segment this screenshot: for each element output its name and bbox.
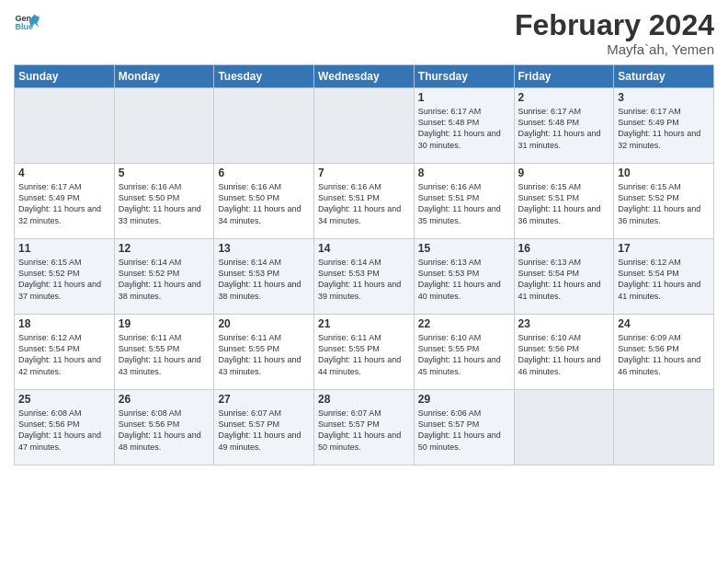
calendar-cell: 5Sunrise: 6:16 AMSunset: 5:50 PMDaylight…	[114, 164, 214, 239]
calendar-cell	[114, 88, 214, 164]
cell-info: Sunrise: 6:10 AMSunset: 5:55 PMDaylight:…	[418, 333, 501, 375]
calendar-day-header: Sunday	[15, 65, 115, 88]
day-number: 10	[618, 167, 710, 179]
calendar-cell: 23Sunrise: 6:10 AMSunset: 5:56 PMDayligh…	[514, 315, 614, 390]
calendar-day-header: Saturday	[614, 65, 714, 88]
calendar-cell: 16Sunrise: 6:13 AMSunset: 5:54 PMDayligh…	[514, 239, 614, 315]
page-title: February 2024	[515, 9, 714, 41]
calendar-day-header: Monday	[114, 65, 214, 88]
cell-info: Sunrise: 6:14 AMSunset: 5:52 PMDaylight:…	[119, 258, 201, 300]
day-number: 17	[618, 242, 710, 255]
calendar-cell: 25Sunrise: 6:08 AMSunset: 5:56 PMDayligh…	[15, 390, 115, 465]
cell-info: Sunrise: 6:07 AMSunset: 5:57 PMDaylight:…	[318, 408, 401, 451]
calendar-cell	[314, 88, 415, 164]
day-number: 19	[119, 317, 210, 330]
day-number: 2	[518, 91, 610, 104]
day-number: 16	[518, 242, 610, 255]
cell-info: Sunrise: 6:14 AMSunset: 5:53 PMDaylight:…	[218, 258, 301, 300]
calendar-cell	[15, 88, 115, 164]
cell-info: Sunrise: 6:17 AMSunset: 5:49 PMDaylight:…	[618, 107, 700, 149]
calendar-cell: 17Sunrise: 6:12 AMSunset: 5:54 PMDayligh…	[614, 239, 714, 315]
cell-info: Sunrise: 6:09 AMSunset: 5:56 PMDaylight:…	[618, 333, 700, 375]
day-number: 6	[218, 167, 310, 179]
cell-info: Sunrise: 6:17 AMSunset: 5:48 PMDaylight:…	[418, 107, 501, 149]
cell-info: Sunrise: 6:12 AMSunset: 5:54 PMDaylight:…	[618, 258, 700, 300]
calendar-day-header: Thursday	[414, 65, 514, 88]
calendar-cell: 28Sunrise: 6:07 AMSunset: 5:57 PMDayligh…	[314, 390, 415, 465]
day-number: 12	[119, 242, 210, 255]
cell-info: Sunrise: 6:07 AMSunset: 5:57 PMDaylight:…	[218, 408, 301, 451]
calendar-cell: 11Sunrise: 6:15 AMSunset: 5:52 PMDayligh…	[15, 239, 115, 315]
calendar-cell: 9Sunrise: 6:15 AMSunset: 5:51 PMDaylight…	[514, 164, 614, 239]
calendar-cell: 12Sunrise: 6:14 AMSunset: 5:52 PMDayligh…	[114, 239, 214, 315]
day-number: 28	[318, 393, 410, 406]
calendar-cell: 22Sunrise: 6:10 AMSunset: 5:55 PMDayligh…	[414, 315, 514, 390]
cell-info: Sunrise: 6:11 AMSunset: 5:55 PMDaylight:…	[218, 333, 301, 375]
calendar-cell: 18Sunrise: 6:12 AMSunset: 5:54 PMDayligh…	[15, 315, 115, 390]
calendar-cell: 19Sunrise: 6:11 AMSunset: 5:55 PMDayligh…	[114, 315, 214, 390]
day-number: 14	[318, 242, 410, 255]
day-number: 5	[119, 167, 210, 179]
calendar-day-header: Friday	[514, 65, 614, 88]
day-number: 8	[418, 167, 510, 179]
cell-info: Sunrise: 6:15 AMSunset: 5:51 PMDaylight:…	[518, 182, 601, 224]
calendar-cell: 26Sunrise: 6:08 AMSunset: 5:56 PMDayligh…	[114, 390, 214, 465]
calendar-cell	[514, 390, 614, 465]
day-number: 21	[318, 317, 410, 330]
calendar-cell: 21Sunrise: 6:11 AMSunset: 5:55 PMDayligh…	[314, 315, 415, 390]
cell-info: Sunrise: 6:16 AMSunset: 5:50 PMDaylight:…	[218, 182, 301, 224]
cell-info: Sunrise: 6:16 AMSunset: 5:50 PMDaylight:…	[119, 182, 201, 224]
day-number: 26	[119, 393, 210, 406]
cell-info: Sunrise: 6:16 AMSunset: 5:51 PMDaylight:…	[418, 182, 501, 224]
calendar-cell: 4Sunrise: 6:17 AMSunset: 5:49 PMDaylight…	[15, 164, 115, 239]
cell-info: Sunrise: 6:15 AMSunset: 5:52 PMDaylight:…	[18, 258, 101, 300]
day-number: 22	[418, 317, 510, 330]
calendar-table: SundayMondayTuesdayWednesdayThursdayFrid…	[14, 64, 714, 465]
day-number: 18	[18, 317, 110, 330]
calendar-cell: 6Sunrise: 6:16 AMSunset: 5:50 PMDaylight…	[214, 164, 314, 239]
cell-info: Sunrise: 6:17 AMSunset: 5:49 PMDaylight:…	[18, 182, 101, 224]
location-subtitle: Mayfa`ah, Yemen	[515, 41, 714, 57]
calendar-cell	[214, 88, 314, 164]
cell-info: Sunrise: 6:17 AMSunset: 5:48 PMDaylight:…	[518, 107, 601, 149]
calendar-cell: 29Sunrise: 6:06 AMSunset: 5:57 PMDayligh…	[414, 390, 514, 465]
calendar-cell: 14Sunrise: 6:14 AMSunset: 5:53 PMDayligh…	[314, 239, 415, 315]
day-number: 29	[418, 393, 510, 406]
calendar-cell: 3Sunrise: 6:17 AMSunset: 5:49 PMDaylight…	[614, 88, 714, 164]
day-number: 25	[18, 393, 110, 406]
day-number: 4	[18, 167, 110, 179]
calendar-cell: 7Sunrise: 6:16 AMSunset: 5:51 PMDaylight…	[314, 164, 415, 239]
day-number: 13	[218, 242, 310, 255]
cell-info: Sunrise: 6:11 AMSunset: 5:55 PMDaylight:…	[318, 333, 401, 375]
day-number: 27	[218, 393, 310, 406]
day-number: 7	[318, 167, 410, 179]
calendar-cell: 13Sunrise: 6:14 AMSunset: 5:53 PMDayligh…	[214, 239, 314, 315]
calendar-cell: 27Sunrise: 6:07 AMSunset: 5:57 PMDayligh…	[214, 390, 314, 465]
calendar-cell	[614, 390, 714, 465]
day-number: 20	[218, 317, 310, 330]
calendar-cell: 24Sunrise: 6:09 AMSunset: 5:56 PMDayligh…	[614, 315, 714, 390]
calendar-day-header: Tuesday	[214, 65, 314, 88]
logo: General Blue	[14, 9, 40, 35]
day-number: 9	[518, 167, 610, 179]
day-number: 23	[518, 317, 610, 330]
calendar-cell: 1Sunrise: 6:17 AMSunset: 5:48 PMDaylight…	[414, 88, 514, 164]
calendar-cell: 10Sunrise: 6:15 AMSunset: 5:52 PMDayligh…	[614, 164, 714, 239]
day-number: 15	[418, 242, 510, 255]
calendar-cell: 2Sunrise: 6:17 AMSunset: 5:48 PMDaylight…	[514, 88, 614, 164]
calendar-cell: 8Sunrise: 6:16 AMSunset: 5:51 PMDaylight…	[414, 164, 514, 239]
cell-info: Sunrise: 6:15 AMSunset: 5:52 PMDaylight:…	[618, 182, 700, 224]
cell-info: Sunrise: 6:06 AMSunset: 5:57 PMDaylight:…	[418, 408, 501, 451]
day-number: 11	[18, 242, 110, 255]
day-number: 3	[618, 91, 710, 104]
calendar-cell: 15Sunrise: 6:13 AMSunset: 5:53 PMDayligh…	[414, 239, 514, 315]
cell-info: Sunrise: 6:08 AMSunset: 5:56 PMDaylight:…	[119, 408, 201, 451]
cell-info: Sunrise: 6:14 AMSunset: 5:53 PMDaylight:…	[318, 258, 401, 300]
calendar-cell: 20Sunrise: 6:11 AMSunset: 5:55 PMDayligh…	[214, 315, 314, 390]
cell-info: Sunrise: 6:10 AMSunset: 5:56 PMDaylight:…	[518, 333, 601, 375]
cell-info: Sunrise: 6:13 AMSunset: 5:53 PMDaylight:…	[418, 258, 501, 300]
calendar-day-header: Wednesday	[314, 65, 415, 88]
day-number: 24	[618, 317, 710, 330]
cell-info: Sunrise: 6:11 AMSunset: 5:55 PMDaylight:…	[119, 333, 201, 375]
cell-info: Sunrise: 6:08 AMSunset: 5:56 PMDaylight:…	[18, 408, 101, 451]
